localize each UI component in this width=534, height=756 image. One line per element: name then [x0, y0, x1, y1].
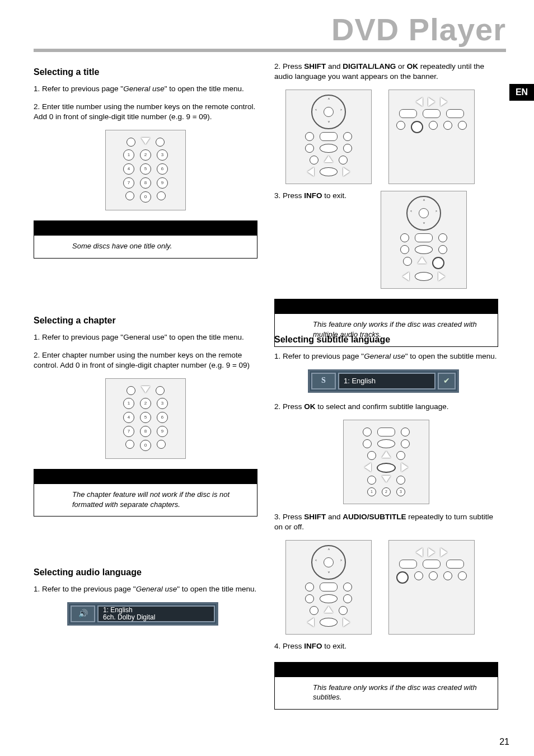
remote-button	[403, 257, 412, 266]
remote-button	[310, 156, 318, 165]
digit-6: 6	[157, 412, 168, 423]
text: 1. Refer to previous page "	[34, 84, 123, 93]
ok-button-icon	[415, 272, 433, 281]
para: 2. Enter chapter number using the number…	[34, 350, 257, 370]
remote-button	[339, 156, 348, 165]
remote-button	[157, 191, 166, 200]
key-digital-lang: DIGITAL/LANG	[343, 62, 396, 71]
remote-button	[305, 144, 314, 153]
digit-6: 6	[157, 163, 168, 175]
digit-1: 1	[123, 149, 134, 161]
para: 1. Refer to previous page "General use" …	[34, 332, 257, 342]
digit-9: 9	[157, 426, 168, 437]
heading-selecting-audio: Selecting audio language	[34, 566, 257, 579]
remote-figure-pair: ˄˅˂˃	[285, 540, 498, 635]
osd-text: 1: English	[338, 373, 435, 389]
para: 3. Press SHIFT and AUDIO/SUBTITLE repeat…	[274, 512, 498, 532]
para: 2. Press OK to select and confirm subtit…	[274, 402, 498, 412]
remote-button	[438, 233, 447, 242]
osd-line1: 1: English	[103, 607, 209, 614]
osd-line: 1: English	[344, 377, 430, 385]
osd-audio-banner: 🔊 1: English 6ch. Dolby Digital	[67, 602, 218, 626]
remote-button	[396, 451, 405, 460]
key-ok: OK	[304, 402, 315, 411]
remote-button	[305, 583, 314, 591]
remote-button	[443, 571, 452, 580]
fast-forward-icon	[441, 97, 447, 106]
remote-numpad-figure: 123 456 789 0	[105, 130, 186, 210]
remote-button	[125, 191, 134, 200]
remote-button	[343, 144, 352, 153]
text-italic: General use	[364, 352, 405, 360]
note-bar	[275, 299, 498, 314]
text: and	[326, 513, 343, 521]
note-bar	[34, 469, 257, 484]
remote-figure-pair: ˄˅˂˃	[285, 90, 498, 184]
para: 3. Press INFO to exit. ˄˅˂˃	[274, 191, 498, 289]
check-icon: ✔	[438, 373, 456, 389]
digit-3: 3	[157, 149, 168, 161]
chevron-right-icon	[343, 167, 350, 176]
remote-button	[305, 594, 314, 603]
text: 2. Press	[274, 402, 304, 411]
remote-button	[414, 571, 423, 580]
remote-button	[400, 233, 409, 242]
text-italic: General use	[136, 585, 177, 593]
digit-1: 1	[123, 398, 134, 409]
remote-button	[396, 121, 405, 130]
note-text: This feature only works if the disc was …	[275, 677, 498, 709]
digit-4: 4	[123, 163, 134, 175]
skip-prev-icon	[320, 132, 338, 141]
remote-button	[396, 476, 405, 485]
chevron-right-icon	[343, 618, 350, 627]
remote-button	[367, 451, 376, 460]
remote-button	[415, 233, 433, 242]
digit-3: 3	[396, 487, 405, 496]
language-badge: EN	[509, 84, 534, 101]
remote-button	[458, 121, 467, 130]
remote-info-figure: ˄˅˂˃	[381, 191, 467, 289]
pause-icon	[446, 109, 464, 118]
chevron-left-icon	[402, 272, 409, 281]
key-shift: SHIFT	[304, 513, 326, 521]
remote-ok-figure: 123	[343, 420, 429, 504]
note-bar	[34, 221, 257, 236]
osd-line2: 6ch. Dolby Digital	[103, 614, 209, 621]
jog-dial-icon: ˄˅˂˃	[311, 95, 346, 129]
para: 4. Press INFO to exit.	[274, 641, 498, 651]
remote-button	[127, 138, 135, 147]
jog-dial-icon: ˄˅˂˃	[406, 196, 441, 231]
remote-button	[415, 245, 433, 254]
chevron-down-icon	[141, 386, 150, 393]
digit-8: 8	[140, 426, 151, 437]
chevron-right-icon	[401, 463, 408, 472]
remote-nav-figure: ˄˅˂˃	[285, 540, 372, 635]
digit-2: 2	[140, 398, 151, 409]
chevron-down-icon	[141, 138, 150, 144]
digit-7: 7	[123, 177, 134, 189]
ok-button-highlight	[377, 463, 396, 473]
highlighted-button	[396, 571, 409, 584]
digit-0: 0	[140, 191, 151, 203]
chevron-up-icon	[324, 606, 333, 613]
note-box: The chapter feature will not work if the…	[34, 469, 257, 516]
para: 2. Enter title number using the number k…	[34, 102, 257, 122]
ok-button-icon	[320, 618, 338, 627]
remote-numpad-figure: 123 456 789 0	[105, 378, 186, 459]
remote-button	[443, 121, 452, 130]
record-icon	[399, 560, 417, 569]
digit-0: 0	[140, 440, 151, 451]
page-title: DVD Player	[34, 11, 506, 48]
remote-button	[320, 594, 338, 603]
play-icon	[428, 548, 435, 557]
text: 1. Refer to the previous page "	[34, 585, 136, 593]
stop-icon	[423, 560, 441, 569]
remote-button	[401, 439, 410, 448]
fast-forward-icon	[441, 548, 447, 557]
remote-button	[363, 428, 372, 436]
rewind-icon	[416, 548, 423, 557]
note-box: This feature only works if the disc was …	[274, 662, 498, 710]
remote-button	[401, 428, 410, 436]
text: 3. Press	[274, 191, 304, 200]
digit-2: 2	[140, 149, 151, 161]
